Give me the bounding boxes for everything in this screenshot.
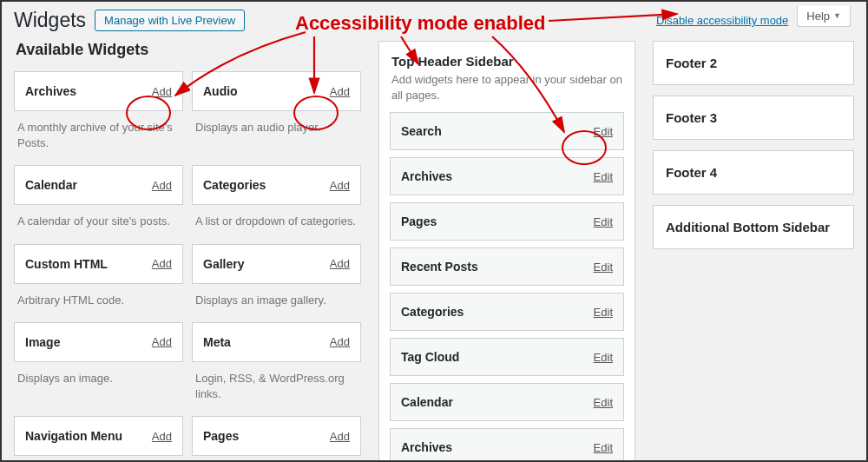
widget-box: Custom HTMLAdd <box>14 244 183 284</box>
annotation-ellipse <box>293 96 339 130</box>
sidebar-area-panel[interactable]: Footer 2 <box>653 41 854 85</box>
sidebar-widget-item: PagesEdit <box>390 202 624 241</box>
sidebar-widget-item: ArchivesEdit <box>390 428 624 462</box>
help-tab[interactable]: Help ▼ <box>797 6 851 27</box>
sidebar-widget-name: Categories <box>401 305 464 319</box>
widget-box: GalleryAdd <box>192 244 361 284</box>
sidebar-panel-desc: Add widgets here to appear in your sideb… <box>379 72 635 112</box>
edit-button[interactable]: Edit <box>594 351 613 364</box>
add-button[interactable]: Add <box>330 85 350 98</box>
available-widget: MetaAddLogin, RSS, & WordPress.org links… <box>192 322 361 416</box>
widget-name: Image <box>25 335 60 349</box>
add-button[interactable]: Add <box>152 179 172 192</box>
sidebar-area-panel[interactable]: Additional Bottom Sidebar <box>653 205 854 249</box>
sidebar-area-panel[interactable]: Footer 4 <box>653 150 854 195</box>
sidebar-panel-title: Top Header Sidebar <box>379 42 635 72</box>
annotation-ellipse <box>126 96 171 130</box>
help-label: Help <box>806 10 830 23</box>
add-button[interactable]: Add <box>152 335 172 348</box>
widget-name: Custom HTML <box>25 257 108 271</box>
widget-name: Meta <box>203 335 231 349</box>
sidebar-area-panel[interactable]: Footer 3 <box>653 96 854 140</box>
widget-name: Audio <box>203 84 238 98</box>
widget-desc: Login, RSS, & WordPress.org links. <box>192 362 361 416</box>
sidebar-widget-name: Recent Posts <box>401 260 478 274</box>
available-widget: GalleryAddDisplays an image gallery. <box>192 244 361 322</box>
edit-button[interactable]: Edit <box>594 261 613 274</box>
available-widget: PagesAddA list of your site's Pages. <box>192 416 361 462</box>
page-title: Widgets <box>14 9 86 32</box>
widget-desc: Displays an image gallery. <box>192 284 361 322</box>
add-button[interactable]: Add <box>152 430 172 443</box>
widget-box: CategoriesAdd <box>192 165 361 205</box>
widget-box: ImageAdd <box>14 322 183 362</box>
sidebar-widget-name: Search <box>401 124 442 138</box>
sidebar-widget-name: Tag Cloud <box>401 350 459 364</box>
widget-name: Navigation Menu <box>25 429 122 443</box>
widget-name: Calendar <box>25 178 77 192</box>
available-widget: CalendarAddA calendar of your site's pos… <box>14 165 183 243</box>
edit-button[interactable]: Edit <box>594 441 613 454</box>
sidebar-widget-item: CalendarEdit <box>390 383 624 421</box>
sidebar-widget-name: Pages <box>401 214 437 228</box>
available-widget: Custom HTMLAddArbitrary HTML code. <box>14 244 183 322</box>
edit-button[interactable]: Edit <box>594 215 613 228</box>
widget-desc: Displays an image. <box>14 362 183 400</box>
widget-desc: A list or dropdown of categories. <box>192 205 361 243</box>
add-button[interactable]: Add <box>330 257 350 270</box>
widget-desc: Add a navigation menu to your <box>14 456 183 462</box>
available-widgets-heading: Available Widgets <box>14 41 361 59</box>
sidebar-panel-top-header: Top Header Sidebar Add widgets here to a… <box>378 41 635 462</box>
edit-button[interactable]: Edit <box>594 396 613 409</box>
add-button[interactable]: Add <box>330 179 350 192</box>
widget-desc: A calendar of your site's posts. <box>14 205 183 243</box>
widget-box: PagesAdd <box>192 416 361 456</box>
add-button[interactable]: Add <box>152 257 172 270</box>
sidebar-widget-name: Archives <box>401 440 452 454</box>
widget-name: Pages <box>203 429 239 443</box>
sidebar-widget-item: Recent PostsEdit <box>390 248 624 286</box>
sidebar-widget-item: CategoriesEdit <box>390 293 624 331</box>
available-widget: Navigation MenuAddAdd a navigation menu … <box>14 416 183 462</box>
live-preview-button[interactable]: Manage with Live Preview <box>95 10 245 31</box>
widget-box: MetaAdd <box>192 322 361 362</box>
widget-box: Navigation MenuAdd <box>14 416 183 456</box>
widget-desc: Arbitrary HTML code. <box>14 284 183 322</box>
add-button[interactable]: Add <box>330 335 350 348</box>
annotation-ellipse <box>562 130 607 165</box>
edit-button[interactable]: Edit <box>594 170 613 183</box>
add-button[interactable]: Add <box>330 430 350 443</box>
widget-name: Gallery <box>203 257 244 271</box>
chevron-down-icon: ▼ <box>833 11 841 20</box>
available-widget: ImageAddDisplays an image. <box>14 322 183 416</box>
edit-button[interactable]: Edit <box>594 306 613 319</box>
widget-name: Archives <box>25 84 76 98</box>
widget-desc: A list of your site's Pages. <box>192 456 361 462</box>
sidebar-widget-name: Archives <box>401 169 452 183</box>
disable-accessibility-link[interactable]: Disable accessibility mode <box>656 14 788 27</box>
sidebar-widget-name: Calendar <box>401 395 453 409</box>
widget-box: CalendarAdd <box>14 165 183 205</box>
available-widget: CategoriesAddA list or dropdown of categ… <box>192 165 361 243</box>
sidebar-widget-item: Tag CloudEdit <box>390 338 624 376</box>
widget-name: Categories <box>203 178 266 192</box>
